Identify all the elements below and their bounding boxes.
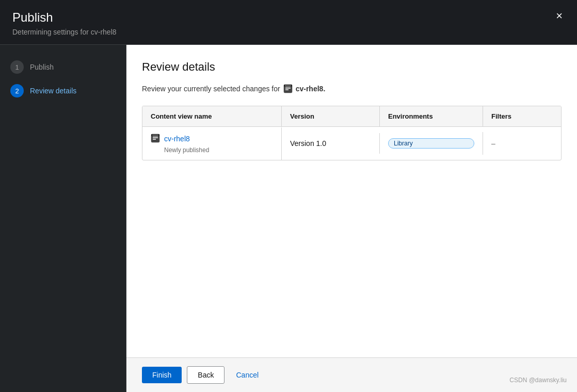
sidebar: 1 Publish 2 Review details (0, 45, 126, 392)
col-header-environments: Environments (380, 106, 483, 126)
step-label-1: Publish (30, 63, 54, 71)
review-table: Content view name Version Environments F… (142, 106, 562, 160)
step-number-1: 1 (10, 60, 24, 74)
cell-environments: Library (380, 132, 483, 155)
header-text: Publish Determining settings for cv-rhel… (12, 10, 117, 36)
table-row: cv-rhel8 Newly published Version 1.0 Lib… (142, 127, 561, 160)
cv-row-sub: Newly published (164, 146, 273, 154)
cancel-button[interactable]: Cancel (230, 367, 265, 383)
sidebar-step-1[interactable]: 1 Publish (0, 55, 126, 79)
review-title: Review details (142, 60, 562, 74)
modal-title: Publish (12, 10, 117, 25)
cv-row-icon (151, 134, 160, 144)
step-number-2: 2 (10, 84, 24, 97)
finish-button[interactable]: Finish (142, 367, 182, 383)
modal-overlay: Publish Determining settings for cv-rhel… (0, 0, 577, 392)
review-description: Review your currently selected changes f… (142, 84, 562, 93)
modal-subtitle: Determining settings for cv-rhel8 (12, 28, 117, 36)
cv-icon (283, 84, 293, 93)
review-description-prefix: Review your currently selected changes f… (142, 85, 280, 93)
main-content: Review details Review your currently sel… (126, 45, 577, 392)
close-button[interactable]: × (554, 10, 565, 22)
footer: Finish Back Cancel CSDN @dawnsky.liu (126, 357, 577, 392)
modal-header: Publish Determining settings for cv-rhel… (0, 0, 577, 45)
step-label-2: Review details (30, 87, 76, 95)
cell-filters: – (483, 133, 561, 154)
filters-dash: – (491, 139, 553, 148)
cv-name-inline: cv-rhel8. (296, 85, 326, 93)
col-header-version: Version (282, 106, 380, 126)
table-header: Content view name Version Environments F… (142, 106, 561, 127)
sidebar-step-2[interactable]: 2 Review details (0, 79, 126, 103)
modal-body: 1 Publish 2 Review details Review detail… (0, 45, 577, 392)
back-button[interactable]: Back (187, 366, 225, 384)
cv-row-name: cv-rhel8 (151, 134, 273, 144)
content-area: Review details Review your currently sel… (126, 45, 577, 357)
cv-row-name-text: cv-rhel8 (164, 135, 190, 143)
cell-cv-name: cv-rhel8 Newly published (142, 127, 282, 160)
col-header-content-view-name: Content view name (142, 106, 282, 126)
col-header-filters: Filters (483, 106, 561, 126)
cell-version: Version 1.0 (282, 133, 380, 154)
environment-badge: Library (388, 138, 474, 149)
watermark: CSDN @dawnsky.liu (509, 377, 567, 384)
